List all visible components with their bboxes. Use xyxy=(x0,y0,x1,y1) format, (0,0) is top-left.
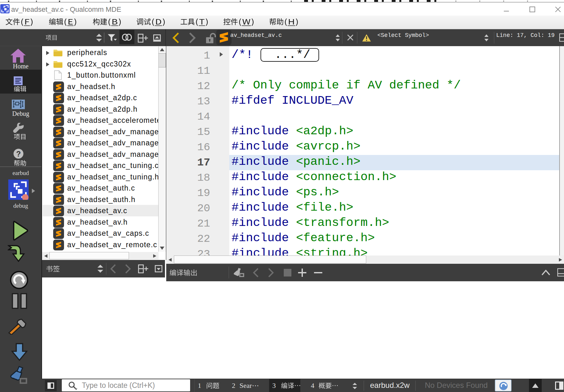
svg-text:?: ? xyxy=(16,150,21,158)
